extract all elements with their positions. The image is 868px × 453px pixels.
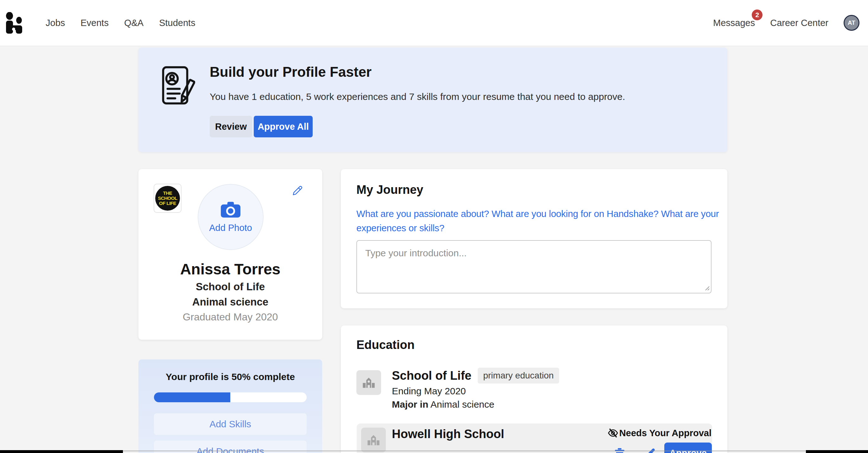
resize-handle-icon[interactable] (704, 285, 710, 291)
school-building-icon (356, 370, 381, 395)
nav-link-career-center[interactable]: Career Center (770, 18, 828, 28)
education-title: Education (356, 338, 415, 352)
resume-pencil-icon (159, 65, 195, 107)
window-bottom-edge (0, 450, 868, 451)
profile-graduation: Graduated May 2020 (138, 311, 322, 323)
messages-unread-badge: 2 (752, 9, 763, 20)
school-of-life-logo-icon: THE SCHOOL OF LIFE (155, 186, 180, 210)
window-corner-right (806, 450, 868, 453)
my-journey-title: My Journey (356, 183, 423, 197)
introduction-field-wrap (356, 240, 712, 293)
needs-approval-label: Needs Your Approval (619, 428, 712, 438)
avatar[interactable]: AT (844, 15, 860, 31)
approve-education-button[interactable]: Approve (664, 443, 712, 453)
add-skills-button[interactable]: Add Skills (154, 413, 307, 435)
add-photo-button[interactable]: Add Photo (198, 184, 264, 250)
profile-school: School of Life (138, 281, 322, 293)
my-journey-card: My Journey What are you passionate about… (341, 169, 727, 308)
school-building-icon (361, 428, 386, 452)
build-profile-banner: Build your Profile Faster You have 1 edu… (138, 48, 727, 152)
camera-icon (220, 201, 241, 218)
messages-label: Messages (713, 18, 755, 28)
nav-link-students[interactable]: Students (159, 18, 195, 28)
education-entry-2-pending: Howell High School Needs Your Approval (357, 424, 712, 453)
education-ending-date: Ending May 2020 (392, 386, 466, 397)
pencil-icon (645, 447, 656, 453)
journey-prompt-line2: experiences or skills? (356, 221, 719, 235)
handshake-logo-icon (5, 12, 24, 34)
eye-slash-icon (608, 428, 618, 438)
window-corner-left (0, 450, 123, 453)
journey-prompt-line1: What are you passionate about? What are … (356, 206, 719, 221)
banner-actions: Review Approve All (210, 116, 313, 137)
profile-name: Anissa Torres (138, 260, 322, 278)
education-school-name: School of Life (392, 369, 471, 383)
school-logo-line: SCHOOL (158, 196, 177, 201)
pencil-icon (292, 186, 303, 196)
nav-right: Messages 2 Career Center AT (713, 15, 860, 31)
nav-link-jobs[interactable]: Jobs (45, 18, 65, 28)
banner-title: Build your Profile Faster (210, 64, 372, 80)
school-logo: THE SCHOOL OF LIFE (154, 184, 182, 213)
handshake-logo[interactable] (5, 12, 25, 34)
profile-completeness-card: Your profile is 50% complete Add Skills … (138, 360, 322, 453)
approve-all-button[interactable]: Approve All (254, 116, 313, 137)
edit-profile-button[interactable] (292, 186, 303, 197)
profile-major: Animal science (138, 296, 322, 308)
delete-education-button[interactable] (614, 447, 625, 453)
nav-links: Jobs Events Q&A Students (45, 18, 195, 28)
handshake-profile-page: Jobs Events Q&A Students Messages 2 Care… (0, 0, 868, 453)
trash-icon (614, 447, 625, 453)
banner-subtitle: You have 1 education, 5 work experiences… (210, 91, 625, 102)
top-nav: Jobs Events Q&A Students Messages 2 Care… (0, 0, 868, 46)
profile-summary-card: THE SCHOOL OF LIFE Add Photo Anissa Torr… (138, 169, 322, 340)
add-photo-label: Add Photo (209, 223, 252, 233)
education-school-name: Howell High School (392, 427, 504, 441)
school-logo-line: THE (163, 191, 172, 196)
progress-fill (154, 392, 230, 402)
journey-prompt-link[interactable]: What are you passionate about? What are … (356, 206, 719, 235)
school-logo-line: OF LIFE (159, 201, 176, 206)
education-entry-1: School of Life primary education (392, 368, 559, 384)
introduction-textarea[interactable] (356, 240, 712, 293)
nav-link-qa[interactable]: Q&A (124, 18, 144, 28)
education-major: Major in Animal science (392, 399, 494, 410)
needs-approval-status: Needs Your Approval (608, 428, 712, 438)
edit-education-button[interactable] (645, 447, 656, 453)
major-value: Animal science (431, 399, 495, 409)
nav-link-messages[interactable]: Messages 2 (713, 18, 755, 28)
education-card: Education School of Life primary educati… (341, 325, 727, 453)
nav-link-events[interactable]: Events (81, 18, 108, 28)
progress-bar (154, 392, 307, 402)
review-button[interactable]: Review (210, 116, 252, 137)
primary-education-badge: primary education (478, 368, 559, 384)
completeness-title: Your profile is 50% complete (138, 371, 322, 382)
major-label: Major in (392, 399, 428, 409)
